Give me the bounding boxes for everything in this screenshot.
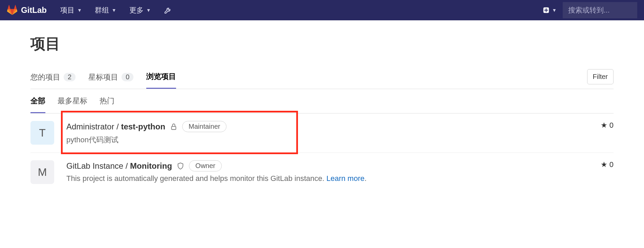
subtab-all[interactable]: 全部 [30, 89, 45, 113]
project-row[interactable]: T Administrator / test-python Maintainer… [30, 113, 614, 153]
gitlab-logo-icon [7, 5, 18, 16]
star-icon: ★ [601, 160, 607, 169]
brand-text: GitLab [21, 5, 47, 15]
project-description: This project is automatically generated … [66, 174, 601, 183]
lock-icon [170, 123, 177, 130]
chevron-down-icon: ▼ [552, 7, 557, 13]
top-navbar: GitLab 项目 ▼ 群组 ▼ 更多 ▼ ▼ 搜索或转到... [0, 0, 644, 20]
nav-groups-label: 群组 [95, 5, 109, 15]
project-info: Administrator / test-python Maintainer p… [66, 121, 601, 145]
tab-explore-projects[interactable]: 浏览项目 [146, 67, 176, 89]
project-path[interactable]: GitLab Instance / Monitoring [66, 161, 172, 171]
learn-more-link[interactable]: Learn more [326, 174, 365, 183]
project-namespace: GitLab Instance / [66, 161, 130, 170]
nav-more-label: 更多 [129, 5, 144, 15]
project-name: Monitoring [130, 161, 172, 170]
subtab-most-stars[interactable]: 最多星标 [58, 89, 87, 113]
project-path[interactable]: Administrator / test-python [66, 122, 165, 131]
project-row[interactable]: M GitLab Instance / Monitoring Owner Thi… [30, 153, 614, 191]
nav-more[interactable]: 更多 ▼ [129, 5, 151, 15]
project-stars[interactable]: ★ 0 [601, 160, 614, 169]
plus-icon [542, 6, 550, 14]
project-list: T Administrator / test-python Maintainer… [30, 113, 614, 191]
project-head: GitLab Instance / Monitoring Owner [66, 160, 601, 171]
subtab-trending[interactable]: 热门 [100, 89, 114, 113]
project-info: GitLab Instance / Monitoring Owner This … [66, 160, 601, 183]
project-avatar: T [30, 121, 54, 145]
project-name: test-python [121, 122, 165, 131]
project-head: Administrator / test-python Maintainer [66, 121, 601, 132]
tab-your-projects[interactable]: 您的项目 2 [30, 68, 76, 88]
nav-projects-label: 项目 [60, 5, 74, 15]
new-dropdown[interactable]: ▼ [542, 6, 557, 14]
search-input[interactable]: 搜索或转到... [563, 2, 637, 18]
project-description: python代码测试 [66, 135, 601, 145]
tab-starred-count: 0 [122, 73, 133, 81]
nav-projects[interactable]: 项目 ▼ [60, 5, 82, 15]
role-badge: Maintainer [182, 121, 227, 132]
nav-right: ▼ 搜索或转到... [542, 2, 637, 18]
page-title: 项目 [30, 34, 614, 54]
star-count: 0 [609, 121, 614, 130]
tab-explore-label: 浏览项目 [146, 71, 176, 82]
main-content: 项目 您的项目 2 星标项目 0 浏览项目 Filter 全部 最多星标 热门 … [0, 20, 644, 191]
tab-your-count: 2 [64, 73, 76, 81]
project-namespace: Administrator / [66, 122, 121, 131]
period: . [364, 174, 366, 183]
project-tabs: 您的项目 2 星标项目 0 浏览项目 Filter [30, 67, 614, 89]
role-badge: Owner [189, 160, 222, 171]
svg-rect-1 [172, 126, 176, 129]
nav-items: 项目 ▼ 群组 ▼ 更多 ▼ [60, 5, 542, 15]
project-stars[interactable]: ★ 0 [601, 121, 614, 130]
tab-starred-label: 星标项目 [88, 72, 118, 82]
explore-subtabs: 全部 最多星标 热门 [30, 89, 614, 113]
star-icon: ★ [601, 121, 607, 130]
chevron-down-icon: ▼ [146, 7, 151, 13]
nav-groups[interactable]: 群组 ▼ [95, 5, 116, 15]
tab-starred-projects[interactable]: 星标项目 0 [88, 68, 133, 88]
project-avatar: M [30, 160, 54, 184]
filter-button[interactable]: Filter [587, 69, 614, 84]
admin-wrench-icon[interactable] [164, 6, 172, 14]
chevron-down-icon: ▼ [112, 7, 116, 13]
brand[interactable]: GitLab [7, 5, 47, 16]
tab-your-label: 您的项目 [30, 72, 60, 82]
project-desc-text: This project is automatically generated … [66, 174, 326, 183]
star-count: 0 [609, 160, 614, 169]
shield-icon [177, 162, 184, 170]
chevron-down-icon: ▼ [77, 7, 82, 13]
